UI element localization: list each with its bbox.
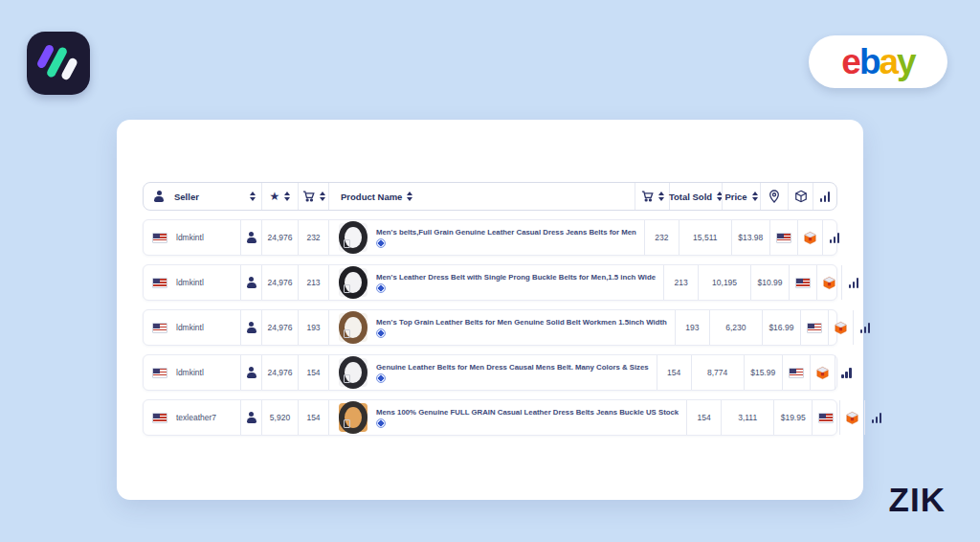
us-flag-icon	[152, 323, 167, 333]
user-icon	[246, 322, 257, 333]
analytics-cell[interactable]	[853, 310, 877, 345]
location-header-cell[interactable]	[760, 183, 788, 210]
seller-header-cell[interactable]: Seller	[144, 183, 261, 210]
product-name-header-label: Product Name	[341, 192, 402, 202]
bar-chart-icon	[820, 192, 831, 202]
product-title[interactable]: Men's Leather Dress Belt with Single Pro…	[376, 273, 656, 282]
package-orange-icon	[845, 411, 859, 425]
package-cell[interactable]	[828, 310, 853, 345]
table-row[interactable]: ldmkintl 24,976 193 Men's Top Grain Leat…	[143, 309, 837, 346]
product-title[interactable]: Genuine Leather Belts for Men Dress Caus…	[376, 363, 649, 372]
us-flag-icon	[807, 323, 822, 333]
sort-icon[interactable]	[250, 192, 256, 201]
analytics-cell[interactable]	[835, 355, 858, 390]
package-cell[interactable]	[839, 400, 864, 435]
seller-profile-cell[interactable]	[240, 265, 261, 300]
feedback-cell: 24,976	[261, 265, 298, 300]
bar-chart-icon	[860, 323, 871, 333]
seller-profile-cell[interactable]	[240, 355, 261, 390]
us-flag-icon	[152, 278, 167, 288]
package-icon	[794, 190, 808, 203]
analytics-cell[interactable]	[841, 265, 865, 300]
product-name-header-cell[interactable]: Product Name	[328, 183, 635, 210]
total-sold-cell: 10,195	[698, 265, 750, 300]
seller-name[interactable]: ldmkintl	[176, 310, 240, 345]
product-title[interactable]: Mens 100% Genuine FULL GRAIN Casual Leat…	[376, 408, 679, 417]
package-cell[interactable]	[816, 265, 841, 300]
table-row[interactable]: texleather7 5,920 154 Mens 100% Genuine …	[143, 399, 837, 436]
price-cell: $10.99	[750, 265, 789, 300]
sort-icon[interactable]	[320, 192, 325, 201]
user-icon	[246, 232, 257, 243]
seller-country-cell	[144, 220, 176, 255]
ebay-logo: ebay	[809, 35, 947, 88]
watch-count-cell: 154	[298, 400, 328, 435]
zik-watermark: ZIK	[889, 481, 946, 519]
seller-name[interactable]: ldmkintl	[176, 220, 240, 255]
seller-country-cell	[144, 400, 176, 435]
sold-header-cell[interactable]	[635, 183, 669, 210]
seller-profile-cell[interactable]	[240, 400, 261, 435]
watch-header-cell[interactable]	[298, 183, 328, 210]
product-title[interactable]: Men's belts,Full Grain Genuine Leather C…	[376, 228, 636, 237]
total-sold-header-cell[interactable]: Total Sold	[669, 183, 722, 210]
sold-cell: 232	[644, 220, 679, 255]
globe-badge-icon	[376, 283, 386, 293]
total-sold-cell: 3,111	[721, 400, 773, 435]
analytics-header-cell[interactable]	[813, 183, 836, 210]
product-image	[339, 313, 368, 342]
globe-badge-icon	[376, 328, 386, 338]
ship-country-cell	[782, 355, 810, 390]
ebay-letter-e: e	[841, 42, 859, 81]
feedback-header-cell[interactable]: ★	[261, 183, 298, 210]
cart-icon	[641, 191, 654, 202]
globe-badge-icon	[376, 373, 386, 383]
sort-icon[interactable]	[752, 192, 758, 201]
seller-profile-cell[interactable]	[240, 220, 261, 255]
table-row[interactable]: ldmkintl 24,976 213 Men's Leather Dress …	[143, 264, 837, 301]
sold-cell: 193	[675, 310, 709, 345]
sold-cell: 213	[663, 265, 698, 300]
analytics-cell[interactable]	[864, 400, 888, 435]
table-row[interactable]: ldmkintl 24,976 154 Genuine Leather Belt…	[143, 354, 837, 391]
ebay-letter-b: b	[859, 42, 880, 81]
seller-profile-cell[interactable]	[240, 310, 261, 345]
seller-country-cell	[144, 355, 176, 390]
results-card: Seller ★ Product Name Total Sold	[117, 120, 863, 500]
package-orange-icon	[815, 366, 830, 380]
us-flag-icon	[152, 413, 167, 423]
us-flag-icon	[152, 368, 167, 378]
user-icon	[246, 412, 257, 423]
product-image	[339, 403, 368, 432]
bar-chart-icon	[830, 233, 840, 243]
globe-badge-icon	[376, 238, 386, 248]
price-cell: $13.98	[731, 220, 769, 255]
analytics-cell[interactable]	[822, 220, 846, 255]
product-cell: Mens 100% Genuine FULL GRAIN Casual Leat…	[328, 400, 686, 435]
feedback-cell: 24,976	[261, 310, 298, 345]
seller-name[interactable]: ldmkintl	[176, 265, 240, 300]
seller-name[interactable]: texleather7	[176, 400, 240, 435]
sort-icon[interactable]	[407, 192, 412, 201]
price-header-cell[interactable]: Price	[722, 183, 760, 210]
sort-icon[interactable]	[284, 192, 290, 201]
cart-icon	[302, 191, 315, 202]
us-flag-icon	[152, 233, 167, 243]
us-flag-icon	[789, 368, 804, 378]
ship-country-cell	[800, 310, 828, 345]
product-image	[339, 268, 368, 297]
ebay-letter-y: y	[897, 42, 915, 81]
product-title[interactable]: Men's Top Grain Leather Belts for Men Ge…	[376, 318, 667, 327]
seller-header-label: Seller	[174, 192, 235, 202]
package-cell[interactable]	[797, 220, 822, 255]
seller-name[interactable]: ldmkintl	[176, 355, 240, 390]
watch-count-cell: 193	[298, 310, 328, 345]
package-orange-icon	[822, 276, 836, 290]
zik-app-logo	[27, 32, 90, 95]
sort-icon[interactable]	[658, 192, 664, 201]
shipping-header-cell[interactable]	[788, 183, 813, 210]
table-row[interactable]: ldmkintl 24,976 232 Men's belts,Full Gra…	[143, 219, 837, 256]
feedback-cell: 24,976	[261, 355, 298, 390]
package-cell[interactable]	[810, 355, 835, 390]
us-flag-icon	[795, 278, 811, 288]
